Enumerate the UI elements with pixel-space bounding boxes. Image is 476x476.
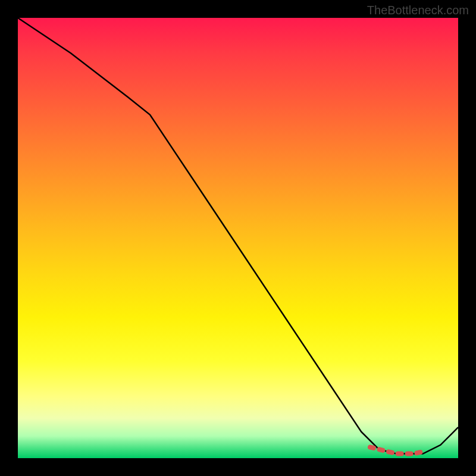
curve-line [18, 18, 458, 454]
marker-band-path [370, 447, 423, 454]
chart-frame [0, 0, 476, 476]
marker-band [370, 447, 423, 454]
watermark-text: TheBottleneck.com [367, 4, 469, 17]
line-series-curve [18, 18, 458, 454]
chart-svg [18, 18, 458, 458]
plot-area [18, 18, 458, 458]
